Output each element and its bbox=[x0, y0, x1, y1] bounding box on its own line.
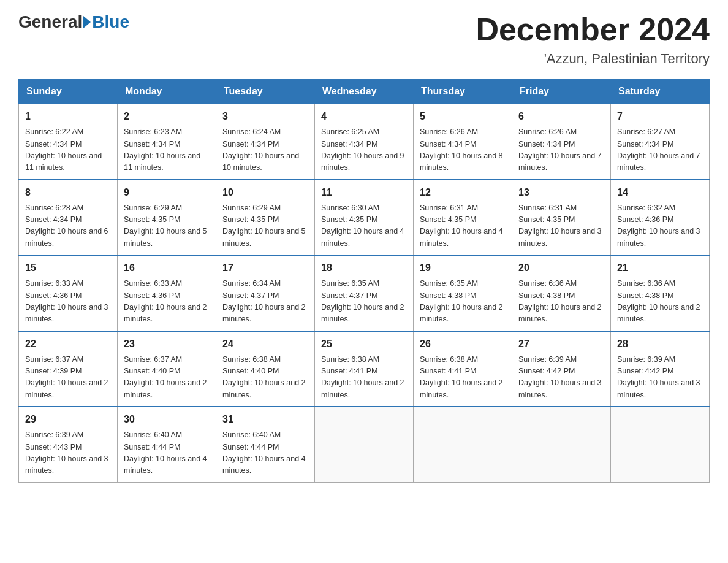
calendar-cell: 9Sunrise: 6:29 AMSunset: 4:35 PMDaylight… bbox=[118, 180, 216, 256]
calendar-cell: 16Sunrise: 6:33 AMSunset: 4:36 PMDayligh… bbox=[118, 255, 216, 331]
calendar-cell: 25Sunrise: 6:38 AMSunset: 4:41 PMDayligh… bbox=[315, 331, 414, 407]
day-info: Sunrise: 6:33 AMSunset: 4:36 PMDaylight:… bbox=[25, 278, 111, 326]
calendar-cell: 20Sunrise: 6:36 AMSunset: 4:38 PMDayligh… bbox=[512, 255, 611, 331]
day-info: Sunrise: 6:39 AMSunset: 4:42 PMDaylight:… bbox=[518, 354, 604, 402]
calendar-cell: 10Sunrise: 6:29 AMSunset: 4:35 PMDayligh… bbox=[216, 180, 315, 256]
weekday-header-sunday: Sunday bbox=[19, 80, 118, 104]
calendar-cell: 21Sunrise: 6:36 AMSunset: 4:38 PMDayligh… bbox=[611, 255, 710, 331]
day-number: 5 bbox=[420, 109, 506, 124]
day-info: Sunrise: 6:26 AMSunset: 4:34 PMDaylight:… bbox=[420, 126, 506, 174]
day-number: 23 bbox=[124, 337, 210, 351]
day-number: 14 bbox=[617, 185, 703, 200]
weekday-header-saturday: Saturday bbox=[611, 80, 710, 104]
day-info: Sunrise: 6:38 AMSunset: 4:40 PMDaylight:… bbox=[222, 354, 308, 402]
day-info: Sunrise: 6:40 AMSunset: 4:44 PMDaylight:… bbox=[124, 429, 210, 477]
day-info: Sunrise: 6:24 AMSunset: 4:34 PMDaylight:… bbox=[222, 126, 308, 174]
logo: General Blue bbox=[18, 12, 129, 32]
day-info: Sunrise: 6:25 AMSunset: 4:34 PMDaylight:… bbox=[321, 126, 407, 174]
day-number: 28 bbox=[617, 337, 703, 351]
day-number: 30 bbox=[124, 412, 210, 427]
calendar-cell: 5Sunrise: 6:26 AMSunset: 4:34 PMDaylight… bbox=[414, 104, 512, 180]
week-row-3: 15Sunrise: 6:33 AMSunset: 4:36 PMDayligh… bbox=[19, 255, 710, 331]
day-info: Sunrise: 6:26 AMSunset: 4:34 PMDaylight:… bbox=[518, 126, 604, 174]
location-title: 'Azzun, Palestinian Territory bbox=[476, 51, 710, 67]
calendar-cell: 12Sunrise: 6:31 AMSunset: 4:35 PMDayligh… bbox=[414, 180, 512, 256]
day-number: 18 bbox=[321, 261, 407, 275]
day-number: 10 bbox=[222, 185, 308, 200]
calendar-cell: 1Sunrise: 6:22 AMSunset: 4:34 PMDaylight… bbox=[19, 104, 118, 180]
calendar-cell: 8Sunrise: 6:28 AMSunset: 4:34 PMDaylight… bbox=[19, 180, 118, 256]
day-number: 12 bbox=[420, 185, 506, 200]
day-number: 8 bbox=[25, 185, 111, 200]
day-info: Sunrise: 6:38 AMSunset: 4:41 PMDaylight:… bbox=[420, 354, 506, 402]
week-row-1: 1Sunrise: 6:22 AMSunset: 4:34 PMDaylight… bbox=[19, 104, 710, 180]
day-number: 21 bbox=[617, 261, 703, 275]
day-info: Sunrise: 6:31 AMSunset: 4:35 PMDaylight:… bbox=[420, 202, 506, 250]
calendar-cell: 18Sunrise: 6:35 AMSunset: 4:37 PMDayligh… bbox=[315, 255, 414, 331]
calendar-cell: 17Sunrise: 6:34 AMSunset: 4:37 PMDayligh… bbox=[216, 255, 315, 331]
weekday-header-tuesday: Tuesday bbox=[216, 80, 315, 104]
calendar-cell: 4Sunrise: 6:25 AMSunset: 4:34 PMDaylight… bbox=[315, 104, 414, 180]
weekday-header-row: SundayMondayTuesdayWednesdayThursdayFrid… bbox=[19, 80, 710, 104]
day-info: Sunrise: 6:35 AMSunset: 4:37 PMDaylight:… bbox=[321, 278, 407, 326]
day-info: Sunrise: 6:22 AMSunset: 4:34 PMDaylight:… bbox=[25, 126, 111, 174]
day-info: Sunrise: 6:27 AMSunset: 4:34 PMDaylight:… bbox=[617, 126, 703, 174]
calendar-cell: 26Sunrise: 6:38 AMSunset: 4:41 PMDayligh… bbox=[414, 331, 512, 407]
title-area: December 2024 'Azzun, Palestinian Territ… bbox=[476, 12, 710, 67]
month-title: December 2024 bbox=[476, 12, 710, 47]
calendar-cell bbox=[512, 407, 611, 482]
day-info: Sunrise: 6:33 AMSunset: 4:36 PMDaylight:… bbox=[124, 278, 210, 326]
day-number: 15 bbox=[25, 261, 111, 275]
day-info: Sunrise: 6:37 AMSunset: 4:39 PMDaylight:… bbox=[25, 354, 111, 402]
day-number: 4 bbox=[321, 109, 407, 124]
calendar-cell: 30Sunrise: 6:40 AMSunset: 4:44 PMDayligh… bbox=[118, 407, 216, 482]
calendar-table: SundayMondayTuesdayWednesdayThursdayFrid… bbox=[18, 79, 710, 483]
day-number: 24 bbox=[222, 337, 308, 351]
calendar-cell: 22Sunrise: 6:37 AMSunset: 4:39 PMDayligh… bbox=[19, 331, 118, 407]
calendar-cell: 11Sunrise: 6:30 AMSunset: 4:35 PMDayligh… bbox=[315, 180, 414, 256]
day-number: 31 bbox=[222, 412, 308, 427]
week-row-5: 29Sunrise: 6:39 AMSunset: 4:43 PMDayligh… bbox=[19, 407, 710, 482]
day-number: 2 bbox=[124, 109, 210, 124]
calendar-cell: 19Sunrise: 6:35 AMSunset: 4:38 PMDayligh… bbox=[414, 255, 512, 331]
day-number: 25 bbox=[321, 337, 407, 351]
calendar-cell bbox=[315, 407, 414, 482]
logo-triangle-icon bbox=[83, 16, 91, 28]
calendar-cell: 6Sunrise: 6:26 AMSunset: 4:34 PMDaylight… bbox=[512, 104, 611, 180]
week-row-2: 8Sunrise: 6:28 AMSunset: 4:34 PMDaylight… bbox=[19, 180, 710, 256]
day-number: 11 bbox=[321, 185, 407, 200]
calendar-cell: 3Sunrise: 6:24 AMSunset: 4:34 PMDaylight… bbox=[216, 104, 315, 180]
day-info: Sunrise: 6:37 AMSunset: 4:40 PMDaylight:… bbox=[124, 354, 210, 402]
day-info: Sunrise: 6:29 AMSunset: 4:35 PMDaylight:… bbox=[124, 202, 210, 250]
calendar-cell: 2Sunrise: 6:23 AMSunset: 4:34 PMDaylight… bbox=[118, 104, 216, 180]
day-number: 29 bbox=[25, 412, 111, 427]
day-number: 1 bbox=[25, 109, 111, 124]
day-number: 26 bbox=[420, 337, 506, 351]
day-info: Sunrise: 6:32 AMSunset: 4:36 PMDaylight:… bbox=[617, 202, 703, 250]
day-number: 19 bbox=[420, 261, 506, 275]
week-row-4: 22Sunrise: 6:37 AMSunset: 4:39 PMDayligh… bbox=[19, 331, 710, 407]
weekday-header-monday: Monday bbox=[118, 80, 216, 104]
day-info: Sunrise: 6:40 AMSunset: 4:44 PMDaylight:… bbox=[222, 429, 308, 477]
calendar-cell: 24Sunrise: 6:38 AMSunset: 4:40 PMDayligh… bbox=[216, 331, 315, 407]
day-number: 6 bbox=[518, 109, 604, 124]
day-info: Sunrise: 6:23 AMSunset: 4:34 PMDaylight:… bbox=[124, 126, 210, 174]
day-info: Sunrise: 6:36 AMSunset: 4:38 PMDaylight:… bbox=[617, 278, 703, 326]
calendar-cell: 28Sunrise: 6:39 AMSunset: 4:42 PMDayligh… bbox=[611, 331, 710, 407]
day-number: 3 bbox=[222, 109, 308, 124]
day-info: Sunrise: 6:30 AMSunset: 4:35 PMDaylight:… bbox=[321, 202, 407, 250]
day-info: Sunrise: 6:34 AMSunset: 4:37 PMDaylight:… bbox=[222, 278, 308, 326]
logo-blue-text: Blue bbox=[92, 12, 129, 32]
day-number: 17 bbox=[222, 261, 308, 275]
calendar-cell: 15Sunrise: 6:33 AMSunset: 4:36 PMDayligh… bbox=[19, 255, 118, 331]
day-number: 7 bbox=[617, 109, 703, 124]
day-number: 16 bbox=[124, 261, 210, 275]
day-info: Sunrise: 6:39 AMSunset: 4:42 PMDaylight:… bbox=[617, 354, 703, 402]
weekday-header-friday: Friday bbox=[512, 80, 611, 104]
day-info: Sunrise: 6:39 AMSunset: 4:43 PMDaylight:… bbox=[25, 429, 111, 477]
weekday-header-wednesday: Wednesday bbox=[315, 80, 414, 104]
day-info: Sunrise: 6:35 AMSunset: 4:38 PMDaylight:… bbox=[420, 278, 506, 326]
day-number: 22 bbox=[25, 337, 111, 351]
day-info: Sunrise: 6:38 AMSunset: 4:41 PMDaylight:… bbox=[321, 354, 407, 402]
calendar-cell: 31Sunrise: 6:40 AMSunset: 4:44 PMDayligh… bbox=[216, 407, 315, 482]
